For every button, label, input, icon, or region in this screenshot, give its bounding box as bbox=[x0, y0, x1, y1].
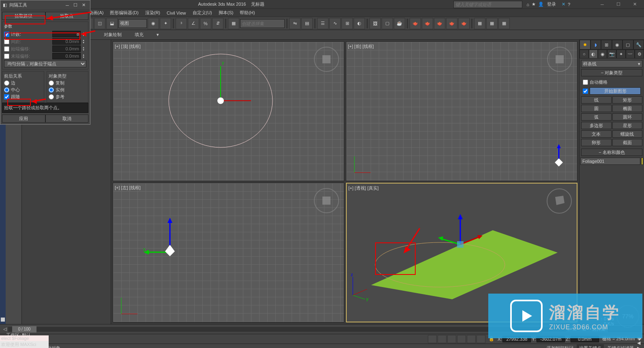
menu-rendering[interactable]: 渲染(R) bbox=[143, 10, 163, 16]
curve-editor-icon[interactable]: ∿ bbox=[329, 18, 341, 29]
btn-helix[interactable]: 螺旋线 bbox=[612, 130, 643, 138]
cancel-button[interactable]: 取消 bbox=[45, 115, 89, 123]
reference-radio[interactable] bbox=[49, 94, 54, 99]
btn-egg[interactable]: 卵形 bbox=[581, 139, 612, 146]
render-frame-icon[interactable]: ▢ bbox=[382, 18, 393, 29]
tab-display-icon[interactable]: ▢ bbox=[623, 40, 633, 50]
tab-hierarchy-icon[interactable]: ⊞ bbox=[601, 40, 612, 50]
count-checkbox[interactable] bbox=[4, 32, 9, 37]
btn-star[interactable]: 星形 bbox=[612, 122, 643, 129]
spacing-checkbox[interactable] bbox=[4, 39, 9, 44]
named-sel-icon[interactable]: ▦ bbox=[228, 18, 239, 29]
teapot1-icon[interactable]: 🫖 bbox=[410, 18, 421, 29]
viewport-top[interactable]: [+] [顶] [线框] y bbox=[113, 41, 344, 181]
percent-snap-icon[interactable]: % bbox=[200, 18, 211, 29]
start-new-shape-button[interactable]: 开始新图形 bbox=[590, 87, 641, 95]
btn-ellipse[interactable]: 椭圆 bbox=[612, 105, 643, 112]
snap3-icon[interactable] bbox=[447, 335, 456, 343]
copy-radio[interactable] bbox=[49, 80, 54, 86]
cat-geometry-icon[interactable]: ○ bbox=[580, 50, 589, 58]
endoff-spinner[interactable]: 0.0mm bbox=[52, 53, 81, 59]
pick-path-button[interactable]: 拾取路径 bbox=[2, 12, 45, 20]
btn-donut[interactable]: 圆环 bbox=[612, 113, 643, 121]
viewport-persp-label[interactable]: [+] [透视] [真实] bbox=[348, 185, 379, 191]
render-icon[interactable]: ☕ bbox=[394, 18, 405, 29]
teapot4-icon[interactable]: 🫖 bbox=[446, 18, 457, 29]
manip-icon[interactable]: ✦ bbox=[160, 18, 171, 29]
tab-motion-icon[interactable]: ◉ bbox=[612, 40, 623, 50]
menu-customize[interactable]: 自定义(U) bbox=[190, 10, 215, 16]
dialog-close-icon[interactable]: ✕ bbox=[79, 2, 88, 8]
btn-rect[interactable]: 矩形 bbox=[612, 96, 643, 104]
angle-snap-icon[interactable]: ∠ bbox=[188, 18, 199, 29]
spinner-snap-icon[interactable]: ⇵ bbox=[212, 18, 223, 29]
endoff-checkbox[interactable] bbox=[4, 54, 9, 59]
object-name-input[interactable] bbox=[580, 158, 640, 165]
object-color-swatch[interactable] bbox=[641, 158, 643, 165]
selection-set-input[interactable] bbox=[240, 19, 285, 28]
btn-circle[interactable]: 圆 bbox=[581, 105, 612, 112]
maxscript-listener[interactable]: elect $Foliage 欢迎使用 MAXSci bbox=[0, 335, 49, 348]
align-icon[interactable]: ▤ bbox=[301, 18, 313, 29]
tab-create-icon[interactable]: ✹ bbox=[580, 40, 590, 50]
btn-section[interactable]: 截面 bbox=[612, 139, 643, 146]
key-filter-button[interactable]: 关键点过滤器 bbox=[607, 345, 634, 348]
viewport-left[interactable]: [+] [左] [线框] y bbox=[113, 183, 344, 322]
follow-checkbox[interactable] bbox=[4, 94, 9, 99]
viewport-top-label[interactable]: [+] [顶] [线框] bbox=[115, 43, 141, 50]
btn-ngon[interactable]: 多边形 bbox=[581, 122, 612, 129]
btn-line[interactable]: 线 bbox=[581, 96, 612, 104]
tab-populate[interactable]: 填充 bbox=[129, 32, 149, 38]
infocenter-icon[interactable]: ⌂ bbox=[526, 2, 529, 7]
snap6-icon[interactable] bbox=[477, 335, 485, 343]
snap-toggle-icon[interactable]: ³ bbox=[176, 18, 187, 29]
time-handle[interactable]: 0 / 100 bbox=[12, 326, 36, 333]
refcoord-dropdown[interactable]: 视图 bbox=[118, 19, 147, 28]
layers-icon[interactable]: ☰ bbox=[317, 18, 328, 29]
startoff-checkbox[interactable] bbox=[4, 46, 9, 52]
menu-grapheditors[interactable]: 图形编辑器(D) bbox=[107, 10, 141, 16]
misc3-icon[interactable]: ▦ bbox=[498, 18, 510, 29]
center-radio[interactable] bbox=[4, 87, 9, 93]
viewport-left-label[interactable]: [+] [左] [线框] bbox=[115, 185, 141, 191]
viewcube-front-icon[interactable] bbox=[545, 45, 574, 73]
misc1-icon[interactable]: ▦ bbox=[474, 18, 485, 29]
select-place-icon[interactable]: ⬓ bbox=[106, 18, 118, 29]
rollout-object-type[interactable]: − 对象类型 bbox=[581, 69, 642, 76]
render-setup-icon[interactable]: 🖼 bbox=[369, 18, 381, 29]
spacing-spinner[interactable]: 0.0mm bbox=[52, 38, 81, 45]
add-time-tag[interactable]: 添加时间标记 bbox=[547, 345, 573, 348]
cat-systems-icon[interactable]: ⚙ bbox=[635, 50, 644, 58]
select-scale-icon[interactable]: ◫ bbox=[94, 18, 105, 29]
dialog-min-icon[interactable]: ─ bbox=[63, 3, 71, 8]
pivot-icon[interactable]: ◉ bbox=[148, 18, 159, 29]
snap4-icon[interactable] bbox=[457, 335, 466, 343]
menu-civilview[interactable]: Civil View bbox=[164, 11, 188, 15]
teapot5-icon[interactable]: 🫖 bbox=[458, 18, 470, 29]
material-editor-icon[interactable]: ◐ bbox=[354, 18, 365, 29]
play-icon[interactable]: ▶ bbox=[637, 346, 642, 348]
autogrid-checkbox[interactable] bbox=[583, 80, 588, 85]
teapot3-icon[interactable]: 🫖 bbox=[434, 18, 445, 29]
schematic-icon[interactable]: ⊞ bbox=[341, 18, 353, 29]
viewport-front[interactable]: [+] [前] [线框] bbox=[346, 41, 577, 181]
edge-radio[interactable] bbox=[4, 80, 9, 86]
rollout-name-color[interactable]: − 名称和颜色 bbox=[581, 149, 642, 156]
cat-shapes-icon[interactable]: ◐ bbox=[589, 50, 598, 58]
category-dropdown[interactable]: 样条线▾ bbox=[581, 60, 642, 67]
tab-utilities-icon[interactable]: 🔧 bbox=[633, 40, 644, 50]
exchange-icon[interactable]: ✕ bbox=[562, 2, 565, 7]
tab-modify-icon[interactable]: ◗ bbox=[590, 40, 601, 50]
viewcube-left-icon[interactable] bbox=[312, 186, 341, 215]
pick-points-button[interactable]: 拾取点 bbox=[45, 12, 89, 20]
star-icon[interactable]: ★ bbox=[532, 2, 536, 7]
cat-cameras-icon[interactable]: 📷 bbox=[607, 50, 616, 58]
ribbon-expand-icon[interactable]: ▾ bbox=[151, 32, 165, 37]
dialog-max-icon[interactable]: ☐ bbox=[71, 2, 79, 8]
close-button[interactable]: ✕ bbox=[627, 0, 642, 9]
cat-helpers-icon[interactable]: ✦ bbox=[616, 50, 626, 58]
btn-text[interactable]: 文本 bbox=[581, 130, 612, 138]
context-dropdown[interactable]: 均匀分隔，对象位于端点 bbox=[4, 60, 86, 67]
user-icon[interactable]: 👤 bbox=[538, 2, 544, 7]
snap5-icon[interactable] bbox=[467, 335, 476, 343]
